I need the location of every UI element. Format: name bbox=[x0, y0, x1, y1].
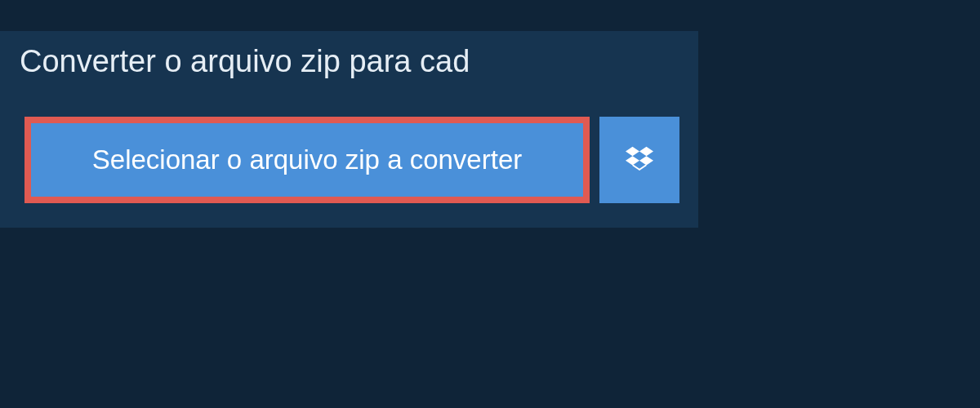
select-file-label: Selecionar o arquivo zip a converter bbox=[92, 144, 522, 175]
dropbox-button[interactable] bbox=[599, 117, 679, 203]
action-row: Selecionar o arquivo zip a converter bbox=[0, 95, 698, 228]
converter-panel: Converter o arquivo zip para cad Selecio… bbox=[0, 31, 698, 228]
page-title: Converter o arquivo zip para cad bbox=[0, 31, 523, 95]
select-file-button[interactable]: Selecionar o arquivo zip a converter bbox=[24, 117, 590, 203]
dropbox-icon bbox=[626, 144, 653, 175]
page-title-text: Converter o arquivo zip para cad bbox=[20, 44, 470, 78]
